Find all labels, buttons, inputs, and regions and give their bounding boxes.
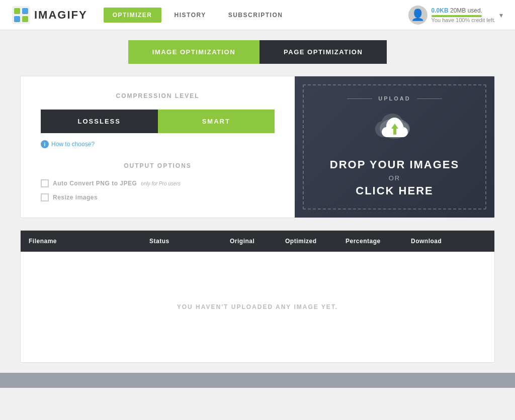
th-download: Download bbox=[411, 238, 486, 245]
smart-button[interactable]: SMART bbox=[158, 110, 275, 133]
avatar[interactable]: 👤 bbox=[408, 6, 427, 25]
upload-or-text: OR bbox=[389, 174, 401, 182]
credit-used: 0.0KB bbox=[432, 7, 449, 14]
header-left: IMAGIFY OPTIMIZER HISTORY SUBSCRIPTION bbox=[12, 6, 292, 24]
credit-usage: 0.0KB 20MB used. bbox=[432, 7, 482, 14]
svg-rect-2 bbox=[22, 8, 28, 14]
how-to-link[interactable]: How to choose? bbox=[51, 141, 95, 148]
app-name: IMAGIFY bbox=[34, 9, 88, 22]
compression-buttons: LOSSLESS SMART bbox=[41, 110, 275, 133]
svg-rect-1 bbox=[14, 8, 20, 14]
account-dropdown-arrow[interactable]: ▾ bbox=[499, 11, 503, 19]
main-panel: COMPRESSION LEVEL LOSSLESS SMART i How t… bbox=[20, 76, 495, 218]
credit-label: You have 100% credit left. bbox=[432, 17, 495, 23]
upload-line-right bbox=[417, 98, 442, 99]
tab-image-optimization[interactable]: IMAGE OPTIMIZATION bbox=[128, 40, 260, 64]
main-content: IMAGE OPTIMIZATION PAGE OPTIMIZATION COM… bbox=[0, 30, 515, 373]
settings-panel: COMPRESSION LEVEL LOSSLESS SMART i How t… bbox=[21, 76, 295, 218]
output-section: OUTPUT OPTIONS Auto Convert PNG to JPEG … bbox=[41, 162, 275, 201]
user-icon: 👤 bbox=[411, 9, 424, 22]
pro-badge: only for Pro users bbox=[141, 181, 180, 186]
compression-section-title: COMPRESSION LEVEL bbox=[41, 92, 275, 99]
th-percentage: Percentage bbox=[346, 238, 411, 245]
nav-optimizer[interactable]: OPTIMIZER bbox=[104, 8, 161, 23]
output-options-title: OUTPUT OPTIONS bbox=[41, 162, 275, 169]
th-original: Original bbox=[230, 238, 285, 245]
upload-line-left bbox=[347, 98, 372, 99]
auto-convert-label: Auto Convert PNG to JPEG bbox=[53, 180, 137, 187]
lossless-button[interactable]: LOSSLESS bbox=[41, 110, 158, 133]
svg-rect-3 bbox=[14, 16, 20, 22]
logo: IMAGIFY bbox=[12, 6, 88, 24]
resize-label: Resize images bbox=[53, 194, 98, 201]
upload-drop-text-line2: CLICK HERE bbox=[356, 184, 433, 198]
auto-convert-row: Auto Convert PNG to JPEG only for Pro us… bbox=[41, 179, 275, 187]
how-to-link-row: i How to choose? bbox=[41, 140, 275, 148]
upload-label-top: UPLOAD bbox=[347, 95, 442, 101]
files-table: Filename Status Original Optimized Perce… bbox=[20, 230, 495, 363]
th-filename: Filename bbox=[29, 238, 149, 245]
resize-images-row: Resize images bbox=[41, 193, 275, 201]
header: IMAGIFY OPTIMIZER HISTORY SUBSCRIPTION 👤… bbox=[0, 0, 515, 30]
svg-rect-4 bbox=[22, 16, 28, 22]
output-options-list: Auto Convert PNG to JPEG only for Pro us… bbox=[41, 179, 275, 201]
nav-history[interactable]: HISTORY bbox=[165, 8, 215, 23]
upload-drop-text-line1: DROP YOUR IMAGES bbox=[330, 158, 459, 172]
table-body: YOU HAVEN'T UPLOADED ANY IMAGE YET. bbox=[21, 252, 494, 362]
cloud-upload-icon bbox=[372, 110, 417, 148]
main-nav: OPTIMIZER HISTORY SUBSCRIPTION bbox=[104, 8, 292, 23]
table-header: Filename Status Original Optimized Perce… bbox=[21, 231, 494, 252]
upload-panel[interactable]: UPLOAD DROP YOUR IMAGES OR CLICK HERE bbox=[295, 76, 494, 218]
upload-title: UPLOAD bbox=[378, 95, 410, 101]
footer bbox=[0, 373, 515, 388]
nav-subscription[interactable]: SUBSCRIPTION bbox=[219, 8, 292, 23]
tab-bar: IMAGE OPTIMIZATION PAGE OPTIMIZATION bbox=[20, 40, 495, 64]
credit-info: 0.0KB 20MB used. You have 100% credit le… bbox=[432, 7, 495, 23]
th-status: Status bbox=[149, 238, 230, 245]
header-right: 👤 0.0KB 20MB used. You have 100% credit … bbox=[408, 6, 503, 25]
resize-checkbox[interactable] bbox=[41, 193, 49, 201]
info-icon: i bbox=[41, 140, 49, 148]
tab-page-optimization[interactable]: PAGE OPTIMIZATION bbox=[260, 40, 387, 64]
auto-convert-checkbox[interactable] bbox=[41, 179, 49, 187]
th-optimized: Optimized bbox=[285, 238, 346, 245]
logo-icon bbox=[12, 6, 30, 24]
empty-message: YOU HAVEN'T UPLOADED ANY IMAGE YET. bbox=[177, 303, 338, 310]
credit-total: 20MB used. bbox=[450, 7, 482, 14]
